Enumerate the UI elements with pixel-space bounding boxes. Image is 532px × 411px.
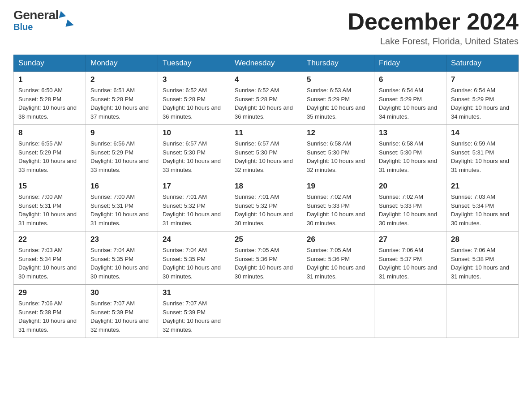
calendar-day-21: 21Sunrise: 7:03 AMSunset: 5:34 PMDayligh… (446, 178, 519, 231)
calendar-day-20: 20Sunrise: 7:02 AMSunset: 5:33 PMDayligh… (374, 178, 446, 231)
calendar-week-2: 8Sunrise: 6:55 AMSunset: 5:29 PMDaylight… (14, 125, 519, 178)
calendar-header-thursday: Thursday (302, 55, 374, 72)
day-info: Sunrise: 7:07 AMSunset: 5:39 PMDaylight:… (90, 299, 153, 334)
calendar-table: SundayMondayTuesdayWednesdayThursdayFrid… (13, 55, 519, 338)
day-number: 12 (307, 128, 369, 137)
logo-arrow-icon: ► (59, 11, 67, 19)
calendar-week-5: 29Sunrise: 7:06 AMSunset: 5:38 PMDayligh… (14, 285, 519, 338)
day-number: 21 (451, 182, 514, 191)
day-info: Sunrise: 7:05 AMSunset: 5:36 PMDaylight:… (235, 246, 297, 281)
calendar-empty-cell (302, 285, 374, 338)
calendar-header-monday: Monday (86, 55, 158, 72)
day-info: Sunrise: 6:57 AMSunset: 5:30 PMDaylight:… (163, 139, 225, 174)
calendar-day-18: 18Sunrise: 7:01 AMSunset: 5:32 PMDayligh… (230, 178, 302, 231)
calendar-day-5: 5Sunrise: 6:53 AMSunset: 5:29 PMDaylight… (302, 72, 374, 125)
day-info: Sunrise: 7:00 AMSunset: 5:31 PMDaylight:… (90, 193, 153, 227)
day-number: 23 (90, 235, 153, 244)
day-info: Sunrise: 7:06 AMSunset: 5:38 PMDaylight:… (451, 246, 514, 281)
page-header: General► Blue December 2024 Lake Forest,… (13, 9, 519, 47)
calendar-subtitle: Lake Forest, Florida, United States (348, 36, 519, 47)
day-info: Sunrise: 6:53 AMSunset: 5:29 PMDaylight:… (307, 86, 369, 121)
calendar-header-row: SundayMondayTuesdayWednesdayThursdayFrid… (14, 55, 519, 72)
day-number: 10 (163, 128, 225, 137)
day-info: Sunrise: 6:58 AMSunset: 5:30 PMDaylight:… (307, 139, 369, 174)
day-number: 16 (90, 182, 153, 191)
day-number: 27 (379, 235, 442, 244)
calendar-day-7: 7Sunrise: 6:54 AMSunset: 5:29 PMDaylight… (446, 72, 519, 125)
calendar-day-11: 11Sunrise: 6:57 AMSunset: 5:30 PMDayligh… (230, 125, 302, 178)
calendar-day-25: 25Sunrise: 7:05 AMSunset: 5:36 PMDayligh… (230, 231, 302, 285)
day-info: Sunrise: 6:57 AMSunset: 5:30 PMDaylight:… (235, 139, 297, 174)
calendar-week-3: 15Sunrise: 7:00 AMSunset: 5:31 PMDayligh… (14, 178, 519, 231)
calendar-day-27: 27Sunrise: 7:06 AMSunset: 5:37 PMDayligh… (374, 231, 446, 285)
day-info: Sunrise: 7:02 AMSunset: 5:33 PMDaylight:… (307, 193, 369, 227)
day-number: 17 (163, 182, 225, 191)
day-info: Sunrise: 7:07 AMSunset: 5:39 PMDaylight:… (163, 299, 225, 334)
day-number: 20 (379, 182, 442, 191)
calendar-day-10: 10Sunrise: 6:57 AMSunset: 5:30 PMDayligh… (158, 125, 230, 178)
calendar-week-1: 1Sunrise: 6:50 AMSunset: 5:28 PMDaylight… (14, 72, 519, 125)
calendar-day-24: 24Sunrise: 7:04 AMSunset: 5:35 PMDayligh… (158, 231, 230, 285)
calendar-empty-cell (230, 285, 302, 338)
calendar-day-14: 14Sunrise: 6:59 AMSunset: 5:31 PMDayligh… (446, 125, 519, 178)
day-number: 6 (379, 75, 442, 84)
calendar-day-1: 1Sunrise: 6:50 AMSunset: 5:28 PMDaylight… (14, 72, 86, 125)
calendar-day-8: 8Sunrise: 6:55 AMSunset: 5:29 PMDaylight… (14, 125, 86, 178)
day-info: Sunrise: 7:04 AMSunset: 5:35 PMDaylight:… (90, 246, 153, 281)
day-info: Sunrise: 7:00 AMSunset: 5:31 PMDaylight:… (18, 193, 81, 227)
calendar-header-sunday: Sunday (14, 55, 86, 72)
day-number: 29 (18, 288, 81, 297)
day-number: 4 (235, 75, 297, 84)
day-number: 5 (307, 75, 369, 84)
calendar-day-16: 16Sunrise: 7:00 AMSunset: 5:31 PMDayligh… (86, 178, 158, 231)
calendar-day-23: 23Sunrise: 7:04 AMSunset: 5:35 PMDayligh… (86, 231, 158, 285)
day-info: Sunrise: 7:01 AMSunset: 5:32 PMDaylight:… (163, 193, 225, 227)
day-number: 18 (235, 182, 297, 191)
day-info: Sunrise: 6:58 AMSunset: 5:30 PMDaylight:… (379, 139, 442, 174)
day-number: 2 (90, 75, 153, 84)
day-info: Sunrise: 7:01 AMSunset: 5:32 PMDaylight:… (235, 193, 297, 227)
calendar-week-4: 22Sunrise: 7:03 AMSunset: 5:34 PMDayligh… (14, 231, 519, 285)
day-info: Sunrise: 6:52 AMSunset: 5:28 PMDaylight:… (163, 86, 225, 121)
day-info: Sunrise: 6:54 AMSunset: 5:29 PMDaylight:… (451, 86, 514, 121)
calendar-header-wednesday: Wednesday (230, 55, 302, 72)
day-info: Sunrise: 6:59 AMSunset: 5:31 PMDaylight:… (451, 139, 514, 174)
logo-name-bottom: Blue (13, 22, 66, 31)
day-number: 9 (90, 128, 153, 137)
title-area: December 2024 Lake Forest, Florida, Unit… (348, 9, 519, 47)
day-info: Sunrise: 7:02 AMSunset: 5:33 PMDaylight:… (379, 193, 442, 227)
day-info: Sunrise: 7:05 AMSunset: 5:36 PMDaylight:… (307, 246, 369, 281)
logo: General► Blue (13, 9, 66, 31)
calendar-day-17: 17Sunrise: 7:01 AMSunset: 5:32 PMDayligh… (158, 178, 230, 231)
calendar-day-30: 30Sunrise: 7:07 AMSunset: 5:39 PMDayligh… (86, 285, 158, 338)
logo-name-top: General► (13, 9, 66, 21)
calendar-day-6: 6Sunrise: 6:54 AMSunset: 5:29 PMDaylight… (374, 72, 446, 125)
day-number: 31 (163, 288, 225, 297)
day-info: Sunrise: 6:52 AMSunset: 5:28 PMDaylight:… (235, 86, 297, 121)
day-info: Sunrise: 6:51 AMSunset: 5:28 PMDaylight:… (90, 86, 153, 121)
day-number: 30 (90, 288, 153, 297)
day-number: 28 (451, 235, 514, 244)
day-number: 15 (18, 182, 81, 191)
day-info: Sunrise: 6:50 AMSunset: 5:28 PMDaylight:… (18, 86, 81, 121)
calendar-empty-cell (374, 285, 446, 338)
calendar-day-9: 9Sunrise: 6:56 AMSunset: 5:29 PMDaylight… (86, 125, 158, 178)
calendar-title: December 2024 (348, 9, 519, 34)
day-number: 11 (235, 128, 297, 137)
day-info: Sunrise: 6:54 AMSunset: 5:29 PMDaylight:… (379, 86, 442, 121)
calendar-header-saturday: Saturday (446, 55, 519, 72)
calendar-day-13: 13Sunrise: 6:58 AMSunset: 5:30 PMDayligh… (374, 125, 446, 178)
day-info: Sunrise: 7:06 AMSunset: 5:38 PMDaylight:… (18, 299, 81, 334)
calendar-day-3: 3Sunrise: 6:52 AMSunset: 5:28 PMDaylight… (158, 72, 230, 125)
calendar-day-29: 29Sunrise: 7:06 AMSunset: 5:38 PMDayligh… (14, 285, 86, 338)
day-number: 7 (451, 75, 514, 84)
day-number: 24 (163, 235, 225, 244)
day-number: 14 (451, 128, 514, 137)
calendar-day-31: 31Sunrise: 7:07 AMSunset: 5:39 PMDayligh… (158, 285, 230, 338)
day-number: 19 (307, 182, 369, 191)
day-info: Sunrise: 7:03 AMSunset: 5:34 PMDaylight:… (18, 246, 81, 281)
day-number: 22 (18, 235, 81, 244)
calendar-empty-cell (446, 285, 519, 338)
calendar-day-4: 4Sunrise: 6:52 AMSunset: 5:28 PMDaylight… (230, 72, 302, 125)
calendar-day-22: 22Sunrise: 7:03 AMSunset: 5:34 PMDayligh… (14, 231, 86, 285)
